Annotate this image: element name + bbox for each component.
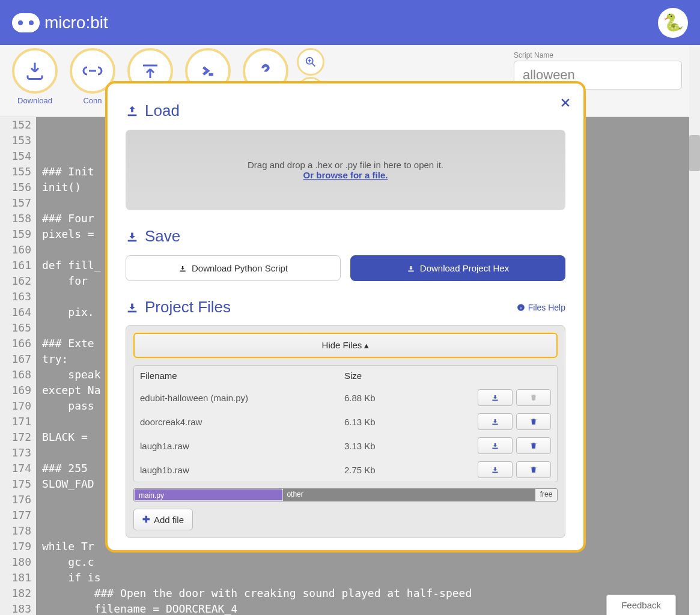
file-name: laugh1a.raw [140,441,344,451]
vertical-scrollbar[interactable] [689,45,700,615]
download-icon [24,60,46,82]
add-file-button[interactable]: ✚ Add file [133,509,193,530]
download-file-button[interactable] [478,437,513,454]
file-name: laugh1b.raw [140,465,344,475]
upload-icon [126,105,139,118]
load-save-modal: Load Drag and drop a .hex or .py file in… [105,81,586,553]
download-file-button[interactable] [478,413,513,430]
load-save-icon [139,60,161,82]
app-header: micro:bit 🐍 [0,0,700,45]
browse-file-link[interactable]: Or browse for a file. [303,170,388,180]
file-row: laugh1b.raw2.75 Kb [134,458,557,482]
delete-file-button[interactable] [516,461,551,478]
line-gutter: 1521531541551561571581591601611621631641… [0,117,36,615]
zoom-in-icon [304,55,317,68]
delete-file-button[interactable] [516,437,551,454]
download-icon [126,230,139,243]
file-size: 6.88 Kb [344,393,478,403]
zoom-in-button[interactable] [297,48,324,76]
python-logo[interactable]: 🐍 [658,8,688,38]
storage-other-segment: other [283,489,535,501]
trash-icon [529,441,538,450]
download-hex-button[interactable]: Download Project Hex [350,255,565,281]
scroll-thumb[interactable] [689,135,700,171]
close-icon [559,97,571,109]
file-name: edubit-halloween (main.py) [140,393,344,403]
close-button[interactable] [559,94,571,113]
download-icon [491,441,499,450]
trash-icon [529,465,538,474]
download-file-button[interactable] [478,389,513,406]
delete-file-button[interactable] [516,413,551,430]
python-icon: 🐍 [663,13,684,32]
download-icon [126,301,139,314]
files-help-link[interactable]: Files Help [517,303,565,312]
project-files-panel: Hide Files ▴ Filename Size edubit-hallow… [126,325,565,538]
download-button[interactable]: Download [12,48,58,105]
storage-main-segment: main.py [135,489,282,500]
info-icon [517,303,525,312]
download-file-button[interactable] [478,461,513,478]
download-icon [491,465,499,474]
project-files-header: Project Files [126,298,231,317]
file-size: 6.13 Kb [344,417,478,427]
file-row: doorcreak4.raw6.13 Kb [134,410,557,434]
file-row: edubit-halloween (main.py)6.88 Kb [134,386,557,410]
download-icon [178,264,187,273]
file-table: Filename Size edubit-halloween (main.py)… [133,365,558,482]
microbit-icon [12,13,40,32]
plus-icon: ✚ [142,514,150,525]
file-row: laugh1a.raw3.13 Kb [134,434,557,458]
trash-icon [529,417,538,426]
help-icon [255,60,276,82]
load-section-header: Load [126,101,565,120]
storage-usage-bar: main.py other free [133,488,558,501]
download-icon [407,264,415,273]
download-python-button[interactable]: Download Python Script [126,255,341,281]
file-name: doorcreak4.raw [140,417,344,427]
download-icon [491,393,499,402]
brand-text: micro:bit [44,13,108,32]
download-icon [491,417,499,426]
file-size: 2.75 Kb [344,465,478,475]
caret-up-icon: ▴ [364,340,369,350]
connect-icon [82,60,103,82]
file-table-header: Filename Size [134,366,557,386]
file-size: 3.13 Kb [344,441,478,451]
brand-logo: micro:bit [12,13,108,32]
feedback-button[interactable]: Feedback [606,595,676,615]
delete-file-button [516,389,551,406]
terminal-icon [197,60,219,82]
storage-free-segment: free [535,489,557,501]
file-dropzone[interactable]: Drag and drop a .hex or .py file in here… [126,130,565,210]
save-section-header: Save [126,227,565,246]
hide-files-toggle[interactable]: Hide Files ▴ [133,333,558,358]
trash-icon [529,393,538,402]
